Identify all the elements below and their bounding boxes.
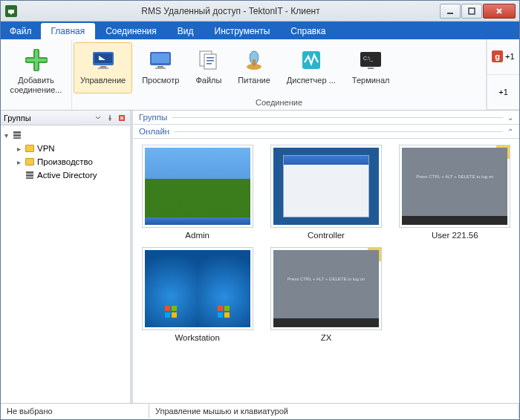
thumbnail-label: Admin: [185, 231, 209, 240]
gplus-icon: g: [492, 50, 503, 62]
connection-admin[interactable]: Admin: [137, 145, 257, 240]
ribbon-label: Питание: [238, 76, 270, 85]
add-connection-button[interactable]: Добавить соединение...: [2, 42, 70, 107]
svg-rect-1: [10, 13, 12, 15]
expand-icon[interactable]: ▸: [15, 145, 22, 153]
tab-справка[interactable]: Справка: [280, 23, 336, 39]
close-button[interactable]: [483, 4, 516, 19]
tree: ▾ ▸VPN▸ПроизводствоActive Directory: [1, 125, 130, 403]
svg-rect-11: [155, 68, 166, 69]
collapse-icon[interactable]: ▾: [2, 131, 10, 140]
chevron-down-icon[interactable]: [93, 113, 103, 123]
chevron-down-icon: ⌄: [507, 114, 513, 122]
server-icon: [12, 130, 22, 140]
svg-rect-5: [94, 53, 112, 63]
svg-rect-16: [207, 63, 212, 65]
power-icon: [241, 47, 267, 73]
svg-rect-22: [368, 68, 374, 69]
connection-controller[interactable]: Controller: [266, 145, 386, 240]
app-icon: [5, 5, 17, 17]
connection-workstation[interactable]: Workstation: [137, 247, 257, 342]
svg-rect-9: [152, 53, 169, 63]
menubar: Файл ГлавнаяСоединенияВидИнструментыСпра…: [1, 22, 519, 39]
tab-соединения[interactable]: Соединения: [95, 23, 167, 39]
ribbon-label: Просмотр: [142, 76, 179, 85]
ribbon-manage-button[interactable]: Управление: [74, 42, 132, 93]
tree-label: Active Directory: [37, 171, 97, 180]
tree-item[interactable]: Active Directory: [2, 168, 129, 182]
menu-file[interactable]: Файл: [1, 23, 41, 39]
svg-rect-10: [157, 66, 163, 68]
ribbon-taskmgr-button[interactable]: Диспетчер ...: [280, 42, 342, 93]
svg-rect-28: [26, 174, 33, 177]
ribbon-terminal-button[interactable]: C:\_Терминал: [345, 42, 397, 93]
svg-rect-18: [253, 59, 256, 65]
status-selection: Не выбрано: [1, 404, 149, 418]
maximize-button[interactable]: [461, 4, 482, 19]
section-groups[interactable]: Группы⌄: [133, 111, 519, 125]
thumbnail: [142, 145, 253, 228]
svg-rect-27: [26, 171, 33, 174]
svg-rect-15: [207, 60, 214, 62]
svg-rect-29: [26, 177, 33, 179]
section-online[interactable]: Онлайн⌃: [133, 125, 519, 139]
thumbnail-label: ZX: [321, 333, 332, 342]
content-pane: Группы⌄ Онлайн⌃ AdminControllerPress CTR…: [133, 111, 519, 403]
ribbon-label: Терминал: [352, 76, 390, 85]
plusone-button[interactable]: +1: [487, 75, 519, 111]
connection-zx[interactable]: Press CTRL + ALT + DELETE to log onZX: [266, 247, 386, 342]
svg-text:C:\_: C:\_: [363, 56, 373, 62]
tab-инструменты[interactable]: Инструменты: [204, 23, 281, 39]
chevron-up-icon: ⌃: [507, 128, 513, 136]
thumbnail: Press CTRL + ALT + DELETE to log on: [270, 247, 382, 330]
manage-icon: [91, 47, 116, 73]
svg-rect-14: [207, 57, 214, 59]
close-panel-icon[interactable]: [117, 113, 127, 123]
minimize-button[interactable]: [440, 4, 461, 19]
svg-rect-7: [98, 68, 108, 69]
ribbon-label: Файлы: [195, 76, 221, 85]
folder-icon: [25, 157, 35, 167]
tree-label: Производство: [37, 157, 93, 166]
expand-icon[interactable]: ▸: [15, 158, 22, 166]
svg-rect-35: [172, 312, 177, 318]
files-icon: [196, 47, 221, 73]
pin-icon[interactable]: [105, 113, 115, 123]
status-description: Управление мышью и клавиатурой: [149, 404, 519, 418]
svg-rect-34: [165, 312, 170, 318]
ribbon-view-button[interactable]: Просмотр: [135, 42, 186, 93]
thumbnail: [142, 247, 253, 330]
svg-rect-0: [8, 10, 14, 13]
google-plus-button[interactable]: g+1: [487, 39, 519, 75]
folder-icon: [25, 143, 35, 154]
tree-item[interactable]: ▸VPN: [2, 142, 129, 155]
tab-вид[interactable]: Вид: [167, 23, 204, 39]
svg-rect-38: [218, 312, 223, 318]
ribbon-label: Диспетчер ...: [287, 76, 336, 85]
ribbon-label: Управление: [80, 76, 126, 85]
tab-главная[interactable]: Главная: [41, 23, 96, 39]
sidebar-title: Группы: [4, 114, 31, 122]
svg-rect-2: [447, 13, 453, 14]
thumbnail: [270, 145, 382, 228]
svg-rect-37: [224, 306, 230, 311]
tree-item[interactable]: ▸Производство: [2, 155, 129, 168]
thumbnail-label: Controller: [308, 231, 345, 240]
svg-rect-6: [100, 66, 106, 68]
connection-user221[interactable]: Press CTRL + ALT + DELETE to log onUser …: [395, 145, 515, 240]
thumbnail: Press CTRL + ALT + DELETE to log on: [399, 145, 510, 228]
thumbnail-label: User 221.56: [432, 231, 478, 240]
window-title: RMS Удаленный доступ - TektonIT - Клиент: [22, 6, 440, 16]
taskmgr-icon: [299, 47, 324, 73]
svg-rect-26: [13, 137, 21, 139]
titlebar: RMS Удаленный доступ - TektonIT - Клиент: [1, 1, 519, 22]
ribbon-power-button[interactable]: Питание: [231, 42, 276, 93]
ribbon-files-button[interactable]: Файлы: [189, 42, 228, 93]
ribbon-group-label: Соединение: [72, 96, 486, 110]
sidebar: Группы ▾ ▸VPN▸ПроизводствоActive Directo…: [1, 111, 133, 403]
tree-root[interactable]: ▾: [2, 128, 129, 142]
server-icon: [25, 170, 35, 180]
svg-rect-24: [13, 131, 21, 134]
thumbnail-label: Workstation: [175, 333, 220, 342]
svg-rect-32: [165, 306, 170, 311]
